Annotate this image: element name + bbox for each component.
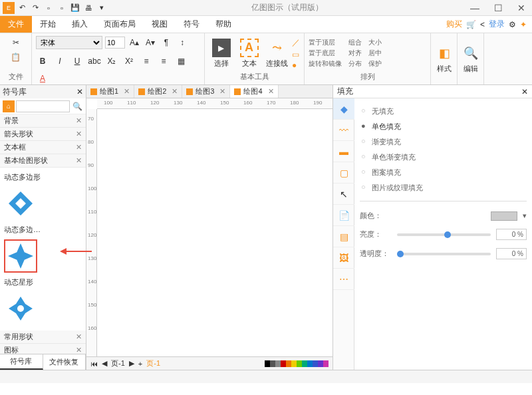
- footer-tab-restore[interactable]: 文件恢复: [43, 354, 86, 370]
- bold-button[interactable]: B: [36, 55, 49, 68]
- opt-solidgrad[interactable]: 单色渐变填充: [360, 150, 527, 165]
- menu-view[interactable]: 视图: [144, 16, 176, 33]
- line-style-icon[interactable]: 〰: [333, 120, 354, 141]
- superscript-button[interactable]: X²: [122, 55, 136, 68]
- page-nav-prev[interactable]: ◀: [102, 359, 107, 368]
- opt-texture[interactable]: 图片或纹理填充: [360, 180, 527, 196]
- bullets-icon[interactable]: ≡: [140, 55, 153, 68]
- page-add[interactable]: +: [138, 360, 142, 368]
- menu-file[interactable]: 文件: [0, 16, 32, 33]
- shape-diamond[interactable]: [4, 187, 37, 220]
- cat-icons[interactable]: 图标✕: [0, 344, 86, 354]
- opt-nofill[interactable]: 无填充: [360, 104, 527, 119]
- color-swatch[interactable]: [491, 211, 517, 221]
- protect-button[interactable]: 保护: [368, 59, 382, 68]
- copy-icon[interactable]: 📋: [9, 51, 23, 64]
- highlight-icon[interactable]: ▦: [174, 55, 188, 68]
- opacity-value[interactable]: 0 %: [496, 248, 527, 259]
- cat-textbox[interactable]: 文本框✕: [0, 141, 86, 154]
- opt-solid[interactable]: 单色填充: [360, 119, 527, 134]
- doc-tab-3[interactable]: 绘图3✕: [182, 85, 230, 98]
- layers-icon[interactable]: ▤: [333, 226, 354, 247]
- align-icon[interactable]: ≡: [157, 55, 170, 68]
- image-icon[interactable]: 🖼: [333, 247, 354, 269]
- cart-icon[interactable]: 🛒: [466, 20, 476, 29]
- font-name-select[interactable]: 宋体: [36, 36, 102, 49]
- align-button[interactable]: 对齐: [348, 49, 362, 58]
- underline-button[interactable]: U: [70, 55, 84, 68]
- size-button[interactable]: 大小: [368, 38, 382, 47]
- menu-insert[interactable]: 插入: [64, 16, 96, 33]
- login-link[interactable]: 登录: [489, 19, 505, 30]
- rect-tool-icon[interactable]: ▭: [292, 50, 300, 59]
- shape-star-highlighted[interactable]: [4, 239, 37, 273]
- increase-font-icon[interactable]: A▴: [128, 36, 141, 49]
- share-icon[interactable]: <: [480, 20, 485, 29]
- home-icon[interactable]: ⌂: [3, 100, 15, 112]
- more-icon[interactable]: ⋯: [333, 269, 354, 290]
- color-swatches[interactable]: [265, 360, 329, 367]
- opt-gradient[interactable]: 渐变填充: [360, 134, 527, 150]
- cursor-icon[interactable]: ↖: [333, 184, 354, 205]
- doc-tab-2[interactable]: 绘图2✕: [134, 85, 182, 98]
- sidebar-close-icon[interactable]: ✕: [76, 87, 83, 96]
- page-nav-first[interactable]: ⏮: [90, 360, 98, 368]
- subscript-button[interactable]: X₂: [105, 55, 118, 68]
- minimize-button[interactable]: —: [466, 3, 483, 13]
- close-button[interactable]: ✕: [513, 3, 529, 13]
- page-tab-1[interactable]: 页-1: [111, 358, 125, 368]
- oval-tool-icon[interactable]: ●: [292, 61, 300, 70]
- footer-tab-library[interactable]: 符号库: [0, 354, 43, 370]
- doc-tab-4[interactable]: 绘图4✕: [230, 85, 278, 98]
- cat-common[interactable]: 常用形状✕: [0, 330, 86, 344]
- style-button[interactable]: ◧样式: [435, 44, 454, 74]
- doc-tab-1[interactable]: 绘图1✕: [86, 85, 134, 98]
- decrease-font-icon[interactable]: A▾: [144, 36, 157, 49]
- page-nav-next[interactable]: ▶: [129, 359, 134, 368]
- italic-button[interactable]: I: [53, 55, 66, 68]
- cat-basic[interactable]: 基本绘图形状✕: [0, 154, 86, 168]
- page-tab-1-orange[interactable]: 页-1: [146, 358, 160, 368]
- distribute-button[interactable]: 分布: [348, 59, 362, 68]
- brightness-slider[interactable]: [397, 233, 491, 236]
- search-icon[interactable]: 🔍: [71, 102, 83, 111]
- group-button[interactable]: 组合: [348, 38, 362, 47]
- canvas-page[interactable]: [97, 109, 332, 356]
- undo-icon[interactable]: ↶: [16, 2, 28, 14]
- opacity-slider[interactable]: [397, 253, 491, 255]
- menu-symbol[interactable]: 符号: [176, 16, 207, 33]
- send-back-button[interactable]: 置于底层: [309, 49, 342, 58]
- line-tool-icon[interactable]: ／: [292, 37, 300, 49]
- gear-icon[interactable]: ⚙: [509, 20, 516, 29]
- save-icon[interactable]: 💾: [69, 2, 81, 14]
- paragraph-icon[interactable]: ¶: [160, 36, 173, 49]
- print-icon[interactable]: 🖶: [82, 2, 94, 14]
- bring-front-button[interactable]: 置于顶层: [309, 38, 342, 47]
- menu-start[interactable]: 开始: [32, 16, 64, 33]
- text-tool[interactable]: A文本: [237, 39, 262, 68]
- select-tool[interactable]: ▸选择: [209, 39, 234, 68]
- redo-icon[interactable]: ↷: [29, 2, 41, 14]
- font-color-icon[interactable]: A: [36, 72, 49, 85]
- cat-arrows[interactable]: 箭头形状✕: [0, 128, 86, 141]
- open-icon[interactable]: ▫: [56, 2, 68, 14]
- center-button[interactable]: 居中: [368, 49, 382, 58]
- spacing-icon[interactable]: ↕: [176, 36, 189, 49]
- cat-background[interactable]: 背景✕: [0, 114, 86, 128]
- edit-button[interactable]: 🔍编辑: [462, 44, 480, 74]
- maximize-button[interactable]: ☐: [490, 3, 507, 13]
- buy-link[interactable]: 购买: [446, 19, 462, 30]
- shape-ninja-star[interactable]: [4, 292, 37, 325]
- shadow-icon[interactable]: ▬: [333, 141, 354, 162]
- doc-icon[interactable]: 📄: [333, 205, 354, 226]
- search-input[interactable]: [16, 100, 70, 112]
- cut-icon[interactable]: ✂: [9, 36, 23, 49]
- menu-layout[interactable]: 页面布局: [96, 16, 144, 33]
- font-size-input[interactable]: [105, 37, 125, 49]
- brightness-value[interactable]: 0 %: [496, 229, 527, 240]
- color-dropdown-icon[interactable]: ▾: [523, 211, 527, 220]
- opt-pattern[interactable]: 图案填充: [360, 165, 527, 180]
- connector-tool[interactable]: ⤳连接线: [264, 39, 289, 68]
- rotate-button[interactable]: 旋转和镜像: [309, 59, 342, 68]
- qat-dropdown-icon[interactable]: ▾: [96, 2, 108, 14]
